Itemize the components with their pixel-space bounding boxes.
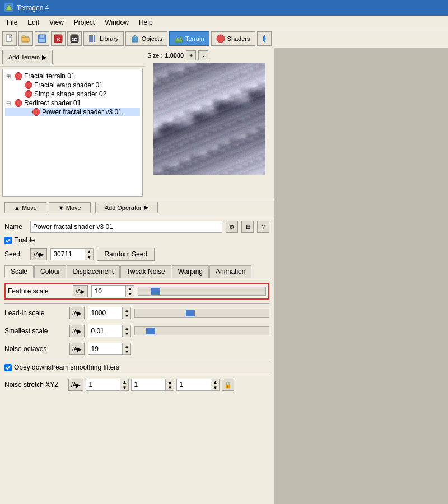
name-row: Name ⚙ 🖥 ? [4,221,269,233]
feature-scale-anim[interactable]: /A▶ [73,285,88,297]
feature-scale-up[interactable]: ▲ [126,286,134,291]
noise-stretch-z-input[interactable] [177,379,211,390]
open-button[interactable] [18,31,33,46]
water-button[interactable] [257,31,272,46]
lead-in-scale-spinbox: ▲ ▼ [88,307,131,319]
app-title: Terragen 4 [17,4,49,12]
name-label: Name [4,223,27,231]
noise-x-down[interactable]: ▼ [120,385,128,390]
seed-down-button[interactable]: ▼ [85,254,93,260]
size-plus-button[interactable]: + [186,50,196,60]
enable-checkbox[interactable] [4,237,12,244]
view-button[interactable]: 🖥 [241,221,254,233]
noise-stretch-anim[interactable]: /A▶ [68,379,83,391]
smallest-down[interactable]: ▼ [123,331,130,337]
noise-y-up[interactable]: ▲ [166,379,174,385]
objects-label: Objects [142,35,162,42]
size-minus-button[interactable]: - [198,50,208,60]
tree-label-4: Redirect shader 01 [24,99,81,107]
add-operator-button[interactable]: Add Operator ▶ [95,202,158,213]
shaders-button[interactable]: Shaders [211,31,255,46]
add-terrain-button[interactable]: Add Terrain ▶ [2,50,53,64]
expand-icon-1[interactable]: ⊞ [6,73,13,80]
lead-in-down[interactable]: ▼ [123,313,130,319]
terrain-button[interactable]: Terrain [169,31,209,46]
noise-stretch-x-input[interactable] [86,379,120,390]
smallest-slider[interactable] [134,326,269,335]
noise-octaves-up[interactable]: ▲ [123,343,130,349]
menu-project[interactable]: Project [69,17,99,27]
feature-scale-input[interactable] [92,286,125,297]
preview-panel: Size : 1.0000 + - [145,48,274,199]
svg-text:3D: 3D [72,37,77,42]
noise-z-up[interactable]: ▲ [211,379,219,385]
lead-in-scale-anim[interactable]: /A▶ [69,307,85,319]
menu-view[interactable]: View [45,17,68,27]
size-value: 1.0000 [165,52,184,59]
smallest-scale-input[interactable] [88,325,122,337]
main-content: Add Terrain ▶ ⊞ Fractal terrain 01 [0,48,448,504]
lead-in-up[interactable]: ▲ [123,307,130,313]
menu-edit[interactable]: Edit [23,17,44,27]
move-down-button[interactable]: ▼ Move [49,202,91,213]
menu-help[interactable]: Help [134,17,157,27]
noise-z-down[interactable]: ▼ [211,385,219,390]
objects-button[interactable]: Objects [125,31,167,46]
lead-in-scale-input[interactable] [88,307,122,319]
obey-filter-checkbox[interactable] [4,364,12,371]
settings-button[interactable]: ⚙ [226,221,238,233]
tree-item-2[interactable]: Fractal warp shader 01 [5,81,140,90]
tree-item-5[interactable]: Power fractal shader v3 01 [5,108,140,116]
new-button[interactable] [2,31,17,46]
tree-item-1[interactable]: ⊞ Fractal terrain 01 [5,72,140,81]
feature-scale-down[interactable]: ▼ [126,291,134,297]
node-icon-2 [25,81,32,89]
feature-scale-slider[interactable] [138,287,266,296]
noise-stretch-label: Noise stretch XYZ [4,381,66,389]
smallest-thumb [146,328,155,334]
noise-x-up[interactable]: ▲ [120,379,128,385]
noise-octaves-row: Noise octaves /A▶ ▲ ▼ [4,342,269,356]
divider-2 [4,360,269,360]
tab-displacement[interactable]: Displacement [67,265,120,278]
tab-scale[interactable]: Scale [4,265,34,278]
render-button[interactable]: R [51,31,66,46]
noise-stretch-y-spinbox: ▲ ▼ [131,379,174,391]
library-button[interactable]: Library [83,31,124,46]
tree-panel: ⊞ Fractal terrain 01 Fractal warp shader… [2,69,143,197]
tree-label-2: Fractal warp shader 01 [34,81,103,89]
node-icon-5 [32,108,40,116]
upper-area: Add Terrain ▶ ⊞ Fractal terrain 01 [0,48,274,199]
help-button[interactable]: ? [257,221,269,233]
3d-button[interactable]: 3D [67,31,82,46]
node-icon-1 [15,72,22,80]
seed-up-button[interactable]: ▲ [85,249,93,254]
noise-octaves-down[interactable]: ▼ [123,349,130,354]
move-up-button[interactable]: ▲ Move [4,202,46,213]
save-button[interactable] [35,31,49,46]
enable-row: Enable [4,236,269,244]
seed-input[interactable] [51,249,85,260]
tree-item-4[interactable]: ⊟ Redirect shader 01 [5,99,140,108]
noise-stretch-y-input[interactable] [132,379,165,390]
lock-button[interactable]: 🔒 [222,379,234,391]
tab-warping[interactable]: Warping [172,265,209,278]
tab-animation[interactable]: Animation [209,265,251,278]
noise-octaves-anim[interactable]: /A▶ [69,343,85,355]
name-input[interactable] [30,221,222,233]
smallest-up[interactable]: ▲ [123,325,130,331]
noise-y-down[interactable]: ▼ [166,385,174,390]
lead-in-slider[interactable] [134,309,269,318]
menu-window[interactable]: Window [100,17,133,27]
expand-icon-4[interactable]: ⊟ [6,100,13,106]
noise-octaves-input[interactable] [88,343,122,354]
tree-item-3[interactable]: Simple shape shader 02 [5,90,140,99]
smallest-scale-anim[interactable]: /A▶ [69,325,85,337]
random-seed-button[interactable]: Random Seed [97,248,155,261]
seed-anim-button[interactable]: /A▶ [30,248,47,260]
tab-colour[interactable]: Colour [34,265,66,278]
tree-label-3: Simple shape shader 02 [34,90,106,98]
obey-filter-label: Obey downstream smoothing filters [14,363,119,371]
tab-tweak-noise[interactable]: Tweak Noise [120,265,171,278]
menu-file[interactable]: File [2,17,22,27]
